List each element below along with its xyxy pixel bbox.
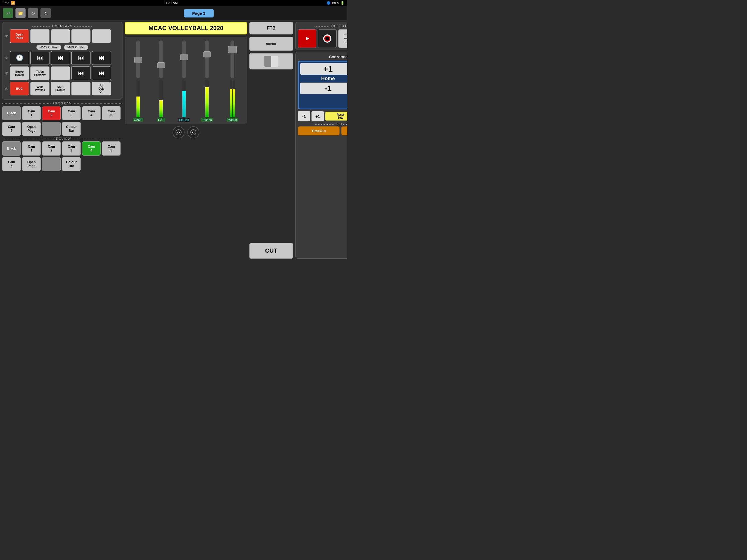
program-empty-button[interactable] [42,122,61,136]
open-page-button[interactable]: OpenPage [10,29,29,43]
all-ovly-off-button[interactable]: AllOvlyOff [92,82,111,96]
home-score-minus[interactable]: -1 [300,82,347,94]
page-selector[interactable]: Page 1 [184,9,214,18]
settings-button[interactable]: ⚙ [28,8,38,18]
time-display: 11:31 AM [164,1,178,5]
preview-cam4-button[interactable]: Cam4 [82,142,101,156]
mvb-profiles-button-2[interactable]: MVBProfiles [51,82,70,96]
program-black-button[interactable]: Black [2,106,21,120]
mixer-channel-cam4: CAM4 [127,39,149,122]
overlay-row-3: ③ ScoreBoard TitlesPreview ⏮ ⏭ [5,67,120,80]
preview-cam6-button[interactable]: Cam6 [2,157,21,171]
vu-fill-hiphop [182,91,186,117]
mixer-channel-ext: EXT [150,39,172,122]
fader-handle-hiphop[interactable] [180,54,188,60]
preview-section: PREVIEW Black Cam1 Cam2 Cam3 Cam4 Cam5 C… [2,137,123,171]
mix-button[interactable] [249,36,293,51]
master-fader-track[interactable] [231,41,234,78]
preview-cam1-button[interactable]: Cam1 [22,142,41,156]
overlay-btn-1-3[interactable] [51,29,70,43]
center-panel: MCAC VOLLEYBALL 2020 CAM4 [125,22,247,259]
preview-cam3-button[interactable]: Cam3 [62,142,81,156]
svg-rect-2 [266,43,271,45]
vu-fill-techno [205,87,209,117]
preview-colourbar-button[interactable]: ColourBar [62,157,81,171]
sets-plus-left-button[interactable]: +1 [311,111,324,121]
transport-btn-1[interactable] [173,126,185,138]
next-button-2-3[interactable]: ⏭ [51,51,70,65]
transport-buttons [125,126,247,138]
mvb-profiles-button[interactable]: MVB Profiles [64,45,88,50]
master-area: Master [220,39,245,122]
switch-button[interactable]: ⇄ [3,8,13,18]
titles-preview-button[interactable]: TitlesPreview [30,67,50,80]
refresh-icon: ↻ [44,11,48,16]
scoreboard-panel: ---------- OUTPUTS ---------- EXT [295,22,347,259]
score-board-button[interactable]: ScoreBoard [10,67,29,80]
home-score-plus[interactable]: +1 [300,63,347,75]
overlay-btn-1-4[interactable] [71,29,91,43]
wipe-visual [264,56,278,67]
ext-output-button[interactable]: EXT [338,29,347,48]
program-cam5-button[interactable]: Cam5 [102,106,121,120]
fader-handle-techno[interactable] [203,51,211,57]
ch-label-hiphop: HipHop [178,118,190,122]
program-openpage-button[interactable]: OpenPage [22,122,41,136]
reset-sets-button[interactable]: ResetSets [325,112,347,121]
preview-cam5-button[interactable]: Cam5 [102,142,121,156]
main-content: ------------ OVERLAYS ------------ ① Ope… [0,20,347,260]
program-cam3-button[interactable]: Cam3 [62,106,81,120]
youtube-output-button[interactable] [298,29,316,48]
program-row: Black Cam1 Cam2 Cam3 Cam4 Cam5 [2,106,123,120]
preview-black-button[interactable]: Black [2,142,21,156]
program-cam2-button[interactable]: Cam2 [42,106,61,120]
fader-handle-ext[interactable] [157,62,165,68]
fader-handle-cam4[interactable] [134,57,142,63]
mixer-channel-techno: Techno [196,39,218,122]
sets-row: -1 +1 ResetSets -1 +1 [298,111,347,121]
record-output-button[interactable] [318,29,337,48]
program-cam4-button[interactable]: Cam4 [82,106,101,120]
next-button-2-5[interactable]: ⏭ [92,51,111,65]
fader-track-hiphop[interactable] [182,41,186,78]
folder-button[interactable]: 📁 [15,8,26,18]
fader-track-techno[interactable] [205,41,209,78]
program-colourbar-button[interactable]: ColourBar [62,122,81,136]
prev-button-2-2[interactable]: ⏮ [30,51,50,65]
wipe-button[interactable] [249,53,293,70]
overlay-btn-4-4[interactable] [71,82,91,96]
cut-button[interactable]: CUT [249,243,293,259]
master-fader-handle[interactable] [228,46,237,53]
fader-track-ext[interactable] [159,41,163,78]
transport-btn-2[interactable] [187,126,199,138]
program-cam6-button[interactable]: Cam6 [2,122,21,136]
clock-button[interactable]: 🕐 [10,51,29,65]
next-button-3-5[interactable]: ⏭ [92,67,111,80]
wvb-profiles-button[interactable]: WVB Profiles [36,45,61,50]
overlay-row-4: ④ BUG WVBProfiles MVBProfiles AllOvlyOff [5,82,120,96]
preview-empty-button[interactable] [42,157,61,171]
overlay-btn-1-2[interactable] [30,29,50,43]
battery-icon: 🔋 [340,1,344,5]
ftb-button[interactable]: FTB [249,22,293,34]
overlay-btn-1-5[interactable] [92,29,111,43]
svg-rect-9 [344,34,347,39]
prev-button-2-4[interactable]: ⏮ [71,51,91,65]
fader-track-cam4[interactable] [136,41,140,78]
scoreboard-box: Scoreboard +1 Home -1 ResetScore CAMOvly… [295,52,347,259]
timeout-left-button[interactable]: TimeOut [298,126,340,135]
mixer-channel-hiphop: HipHop [173,39,195,122]
timeout-right-button[interactable]: TimeOut [341,126,347,135]
sets-minus-left-button[interactable]: -1 [298,111,310,121]
prev-button-3-4[interactable]: ⏮ [71,67,91,80]
preview-openpage-button[interactable]: OpenPage [22,157,41,171]
row-num-2: ② [5,56,8,60]
program-cam1-button[interactable]: Cam1 [22,106,41,120]
overlays-box: ------------ OVERLAYS ------------ ① Ope… [2,22,123,100]
bug-button[interactable]: BUG [10,82,29,96]
refresh-button[interactable]: ↻ [41,8,51,18]
scoreboard-main: +1 Home -1 ResetScore CAMOvly +1 -1 [298,61,347,109]
wvb-profiles-button-2[interactable]: WVBProfiles [30,82,50,96]
preview-cam2-button[interactable]: Cam2 [42,142,61,156]
overlay-btn-3-3[interactable] [51,67,70,80]
